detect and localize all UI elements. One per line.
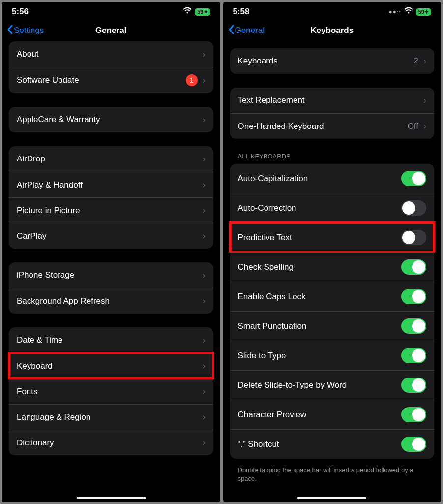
chevron-right-icon: › — [203, 438, 206, 448]
status-time: 5:56 — [12, 7, 29, 17]
home-indicator[interactable] — [297, 497, 366, 499]
row-check-spelling[interactable]: Check Spelling — [230, 252, 435, 282]
toggle-auto-capitalization[interactable] — [401, 171, 426, 186]
all-keyboards-header: All Keyboards — [230, 153, 435, 164]
row-bg-refresh[interactable]: Background App Refresh › — [9, 288, 213, 314]
wifi-icon — [404, 7, 413, 17]
row-delete-slide-to-type[interactable]: Delete Slide-to-Type by Word — [230, 370, 435, 400]
back-button[interactable]: Settings — [7, 25, 44, 37]
group-storage: iPhone Storage › Background App Refresh … — [9, 262, 213, 314]
chevron-right-icon: › — [203, 180, 206, 190]
toggle-smart-punctuation[interactable] — [401, 318, 426, 334]
row-date-time[interactable]: Date & Time › — [9, 327, 213, 353]
chevron-right-icon: › — [203, 75, 206, 86]
chevron-right-icon: › — [203, 386, 206, 397]
chevron-right-icon: › — [203, 115, 206, 125]
row-pip[interactable]: Picture in Picture › — [9, 197, 213, 223]
toggle-character-preview[interactable] — [401, 407, 426, 422]
update-badge: 1 — [186, 74, 198, 86]
group-connectivity: AirDrop › AirPlay & Handoff › Picture in… — [9, 146, 213, 249]
nav-bar: Settings General — [2, 20, 220, 41]
row-language-region[interactable]: Language & Region › — [9, 404, 213, 430]
status-bar: 5:56 59✦ — [2, 2, 220, 20]
row-predictive-text[interactable]: Predictive Text — [230, 222, 435, 252]
row-one-handed-keyboard[interactable]: One-Handed Keyboard Off › — [230, 113, 435, 139]
group-keyboards: Keyboards 2 › — [230, 48, 435, 74]
chevron-right-icon: › — [423, 56, 426, 66]
row-airdrop[interactable]: AirDrop › — [9, 146, 213, 172]
group-text-options: Text Replacement › One-Handed Keyboard O… — [230, 88, 435, 139]
row-fonts[interactable]: Fonts › — [9, 378, 213, 404]
group-localization: Date & Time › Keyboard › Fonts › Languag… — [9, 327, 213, 455]
chevron-right-icon: › — [203, 335, 206, 346]
back-label: Settings — [14, 26, 44, 35]
chevron-right-icon: › — [203, 361, 206, 371]
row-smart-punctuation[interactable]: Smart Punctuation — [230, 311, 435, 341]
chevron-right-icon: › — [203, 205, 206, 216]
toggle-slide-to-type[interactable] — [401, 348, 426, 363]
row-software-update[interactable]: Software Update 1 › — [9, 67, 213, 93]
row-text-replacement[interactable]: Text Replacement › — [230, 88, 435, 113]
row-airplay[interactable]: AirPlay & Handoff › — [9, 172, 213, 197]
back-label: General — [235, 26, 265, 35]
row-carplay[interactable]: CarPlay › — [9, 223, 213, 249]
row-slide-to-type[interactable]: Slide to Type — [230, 341, 435, 370]
toggle-predictive-text[interactable] — [401, 230, 426, 245]
cellular-dots-icon: ●●·· — [389, 8, 401, 15]
chevron-left-icon — [7, 25, 13, 37]
shortcut-footer: Double tapping the space bar will insert… — [230, 462, 435, 487]
group-all-keyboards: Auto-Capitalization Auto-Correction Pred… — [230, 164, 435, 459]
row-keyboards[interactable]: Keyboards 2 › — [230, 48, 435, 74]
chevron-right-icon: › — [423, 95, 426, 106]
group-applecare: AppleCare & Warranty › — [9, 107, 213, 132]
row-keyboard[interactable]: Keyboard › — [9, 353, 213, 378]
row-dictionary[interactable]: Dictionary › — [9, 430, 213, 455]
row-applecare[interactable]: AppleCare & Warranty › — [9, 107, 213, 132]
chevron-right-icon: › — [203, 296, 206, 306]
battery-indicator: 59✦ — [416, 8, 431, 16]
chevron-right-icon: › — [203, 412, 206, 422]
toggle-auto-correction[interactable] — [401, 200, 426, 216]
chevron-right-icon: › — [203, 270, 206, 281]
toggle-delete-slide-to-type[interactable] — [401, 378, 426, 393]
row-character-preview[interactable]: Character Preview — [230, 400, 435, 429]
wifi-icon — [183, 7, 192, 17]
chevron-right-icon: › — [203, 49, 206, 60]
battery-indicator: 59✦ — [195, 8, 210, 16]
row-auto-capitalization[interactable]: Auto-Capitalization — [230, 164, 435, 193]
page-title: Keyboards — [310, 26, 354, 35]
one-handed-value: Off — [408, 122, 418, 131]
chevron-right-icon: › — [203, 231, 206, 241]
row-about[interactable]: About › — [9, 41, 213, 67]
toggle-check-spelling[interactable] — [401, 259, 426, 275]
status-bar: 5:58 ●●·· 59✦ — [223, 2, 442, 20]
phone-keyboards-settings: 5:58 ●●·· 59✦ General Keyboards Keyboard… — [223, 2, 442, 502]
back-button[interactable]: General — [228, 25, 265, 37]
phone-general-settings: 5:56 59✦ Settings General About › Softwa… — [2, 2, 220, 502]
status-time: 5:58 — [233, 7, 250, 17]
row-auto-correction[interactable]: Auto-Correction — [230, 193, 435, 222]
chevron-right-icon: › — [423, 121, 426, 131]
row-iphone-storage[interactable]: iPhone Storage › — [9, 262, 213, 288]
keyboards-count: 2 — [414, 56, 418, 66]
chevron-right-icon: › — [203, 154, 206, 164]
row-enable-caps-lock[interactable]: Enable Caps Lock — [230, 282, 435, 311]
toggle-period-shortcut[interactable] — [401, 437, 426, 452]
row-period-shortcut[interactable]: “.” Shortcut — [230, 429, 435, 459]
page-title: General — [95, 26, 126, 35]
group-about: About › Software Update 1 › — [9, 41, 213, 93]
toggle-enable-caps-lock[interactable] — [401, 289, 426, 304]
home-indicator[interactable] — [77, 497, 146, 499]
nav-bar: General Keyboards — [223, 20, 442, 41]
chevron-left-icon — [228, 25, 234, 37]
